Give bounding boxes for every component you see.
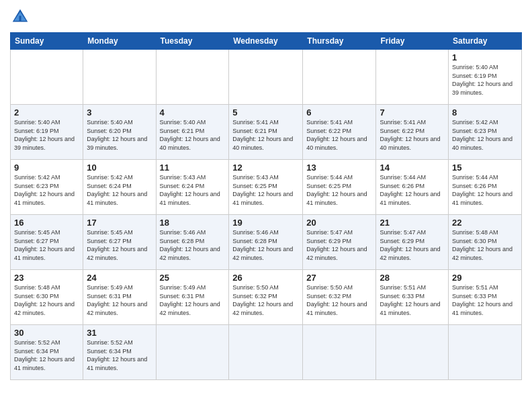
day-cell: 22 Sunrise: 5:48 AMSunset: 6:30 PMDaylig…: [449, 215, 522, 270]
day-info: Sunrise: 5:43 AMSunset: 6:25 PMDaylight:…: [232, 174, 293, 206]
day-cell: [303, 325, 376, 380]
day-number: 20: [306, 218, 372, 228]
day-number: 3: [87, 107, 152, 118]
day-info: Sunrise: 5:49 AMSunset: 6:31 PMDaylight:…: [87, 284, 147, 316]
day-cell: 21 Sunrise: 5:47 AMSunset: 6:29 PMDaylig…: [376, 215, 449, 270]
day-cell: 27 Sunrise: 5:50 AMSunset: 6:32 PMDaylig…: [303, 270, 376, 325]
day-number: 14: [380, 163, 445, 173]
day-info: Sunrise: 5:40 AMSunset: 6:19 PMDaylight:…: [452, 64, 513, 96]
day-number: 29: [452, 273, 518, 283]
day-number: 25: [160, 273, 226, 283]
calendar-header-row: Sunday Monday Tuesday Wednesday Thursday…: [11, 33, 522, 50]
day-cell: [156, 325, 229, 380]
day-info: Sunrise: 5:41 AMSunset: 6:22 PMDaylight:…: [306, 119, 367, 151]
day-cell: 26 Sunrise: 5:50 AMSunset: 6:32 PMDaylig…: [229, 270, 303, 325]
day-cell: 18 Sunrise: 5:46 AMSunset: 6:28 PMDaylig…: [156, 215, 229, 270]
day-info: Sunrise: 5:50 AMSunset: 6:32 PMDaylight:…: [306, 284, 367, 316]
day-cell: 10 Sunrise: 5:42 AMSunset: 6:24 PMDaylig…: [83, 160, 156, 215]
day-info: Sunrise: 5:44 AMSunset: 6:26 PMDaylight:…: [452, 174, 513, 206]
day-info: Sunrise: 5:47 AMSunset: 6:29 PMDaylight:…: [380, 229, 440, 261]
week-row-4: 16 Sunrise: 5:45 AMSunset: 6:27 PMDaylig…: [11, 215, 522, 270]
day-number: 24: [87, 273, 152, 283]
day-number: 31: [87, 328, 152, 338]
col-sunday: Sunday: [11, 33, 83, 50]
day-number: 1: [452, 52, 518, 62]
week-row-5: 23 Sunrise: 5:48 AMSunset: 6:30 PMDaylig…: [11, 270, 522, 325]
day-cell: 4 Sunrise: 5:40 AMSunset: 6:21 PMDayligh…: [156, 105, 229, 160]
day-cell: 6 Sunrise: 5:41 AMSunset: 6:22 PMDayligh…: [303, 105, 376, 160]
day-info: Sunrise: 5:42 AMSunset: 6:23 PMDaylight:…: [452, 119, 513, 151]
day-info: Sunrise: 5:45 AMSunset: 6:27 PMDaylight:…: [87, 229, 147, 261]
day-info: Sunrise: 5:43 AMSunset: 6:24 PMDaylight:…: [160, 174, 220, 206]
day-info: Sunrise: 5:44 AMSunset: 6:26 PMDaylight:…: [380, 174, 440, 206]
day-info: Sunrise: 5:47 AMSunset: 6:29 PMDaylight:…: [306, 229, 367, 261]
week-row-2: 2 Sunrise: 5:40 AMSunset: 6:19 PMDayligh…: [11, 105, 522, 160]
day-number: 26: [232, 273, 299, 283]
day-cell: 31 Sunrise: 5:52 AMSunset: 6:34 PMDaylig…: [83, 325, 156, 380]
day-cell: 20 Sunrise: 5:47 AMSunset: 6:29 PMDaylig…: [303, 215, 376, 270]
day-info: Sunrise: 5:40 AMSunset: 6:20 PMDaylight:…: [87, 119, 147, 151]
day-cell: 19 Sunrise: 5:46 AMSunset: 6:28 PMDaylig…: [229, 215, 303, 270]
col-tuesday: Tuesday: [156, 33, 229, 50]
week-row-1: 1 Sunrise: 5:40 AMSunset: 6:19 PMDayligh…: [11, 50, 522, 105]
day-cell: [11, 50, 83, 105]
day-info: Sunrise: 5:46 AMSunset: 6:28 PMDaylight:…: [232, 229, 293, 261]
day-number: 12: [232, 163, 299, 173]
day-cell: 28 Sunrise: 5:51 AMSunset: 6:33 PMDaylig…: [376, 270, 449, 325]
day-number: 6: [306, 107, 372, 118]
day-cell: [376, 50, 449, 105]
day-number: 27: [306, 273, 372, 283]
day-number: 13: [306, 163, 372, 173]
day-number: 5: [232, 107, 299, 118]
day-cell: 14 Sunrise: 5:44 AMSunset: 6:26 PMDaylig…: [376, 160, 449, 215]
day-cell: 9 Sunrise: 5:42 AMSunset: 6:23 PMDayligh…: [11, 160, 83, 215]
col-monday: Monday: [83, 33, 156, 50]
day-info: Sunrise: 5:42 AMSunset: 6:23 PMDaylight:…: [14, 174, 75, 206]
day-number: 7: [380, 107, 445, 118]
day-cell: 16 Sunrise: 5:45 AMSunset: 6:27 PMDaylig…: [11, 215, 83, 270]
calendar-table: Sunday Monday Tuesday Wednesday Thursday…: [10, 32, 522, 380]
day-cell: [229, 50, 303, 105]
day-cell: 5 Sunrise: 5:41 AMSunset: 6:21 PMDayligh…: [229, 105, 303, 160]
day-number: 19: [232, 218, 299, 228]
day-cell: 15 Sunrise: 5:44 AMSunset: 6:26 PMDaylig…: [449, 160, 522, 215]
day-cell: 3 Sunrise: 5:40 AMSunset: 6:20 PMDayligh…: [83, 105, 156, 160]
day-cell: 25 Sunrise: 5:49 AMSunset: 6:31 PMDaylig…: [156, 270, 229, 325]
day-info: Sunrise: 5:51 AMSunset: 6:33 PMDaylight:…: [452, 284, 513, 316]
day-info: Sunrise: 5:40 AMSunset: 6:21 PMDaylight:…: [160, 119, 220, 151]
day-info: Sunrise: 5:41 AMSunset: 6:22 PMDaylight:…: [380, 119, 440, 151]
day-number: 22: [452, 218, 518, 228]
day-info: Sunrise: 5:42 AMSunset: 6:24 PMDaylight:…: [87, 174, 147, 206]
day-cell: 2 Sunrise: 5:40 AMSunset: 6:19 PMDayligh…: [11, 105, 83, 160]
day-info: Sunrise: 5:44 AMSunset: 6:25 PMDaylight:…: [306, 174, 367, 206]
day-number: 10: [87, 163, 152, 173]
day-number: 8: [452, 107, 518, 118]
day-info: Sunrise: 5:41 AMSunset: 6:21 PMDaylight:…: [232, 119, 293, 151]
day-cell: [83, 50, 156, 105]
day-info: Sunrise: 5:51 AMSunset: 6:33 PMDaylight:…: [380, 284, 440, 316]
day-cell: [376, 325, 449, 380]
header: [10, 7, 522, 27]
day-info: Sunrise: 5:46 AMSunset: 6:28 PMDaylight:…: [160, 229, 220, 261]
week-row-3: 9 Sunrise: 5:42 AMSunset: 6:23 PMDayligh…: [11, 160, 522, 215]
day-cell: 17 Sunrise: 5:45 AMSunset: 6:27 PMDaylig…: [83, 215, 156, 270]
day-cell: 8 Sunrise: 5:42 AMSunset: 6:23 PMDayligh…: [449, 105, 522, 160]
day-cell: 29 Sunrise: 5:51 AMSunset: 6:33 PMDaylig…: [449, 270, 522, 325]
day-number: 30: [14, 328, 79, 338]
day-info: Sunrise: 5:50 AMSunset: 6:32 PMDaylight:…: [232, 284, 293, 316]
col-thursday: Thursday: [303, 33, 376, 50]
day-number: 2: [14, 107, 79, 118]
logo-icon: [10, 7, 30, 27]
day-cell: [449, 325, 522, 380]
day-cell: 30 Sunrise: 5:52 AMSunset: 6:34 PMDaylig…: [11, 325, 83, 380]
col-friday: Friday: [376, 33, 449, 50]
day-number: 28: [380, 273, 445, 283]
day-number: 17: [87, 218, 152, 228]
day-number: 23: [14, 273, 79, 283]
day-cell: [303, 50, 376, 105]
day-info: Sunrise: 5:49 AMSunset: 6:31 PMDaylight:…: [160, 284, 220, 316]
day-cell: 24 Sunrise: 5:49 AMSunset: 6:31 PMDaylig…: [83, 270, 156, 325]
day-number: 9: [14, 163, 79, 173]
day-info: Sunrise: 5:48 AMSunset: 6:30 PMDaylight:…: [14, 284, 75, 316]
day-info: Sunrise: 5:45 AMSunset: 6:27 PMDaylight:…: [14, 229, 75, 261]
